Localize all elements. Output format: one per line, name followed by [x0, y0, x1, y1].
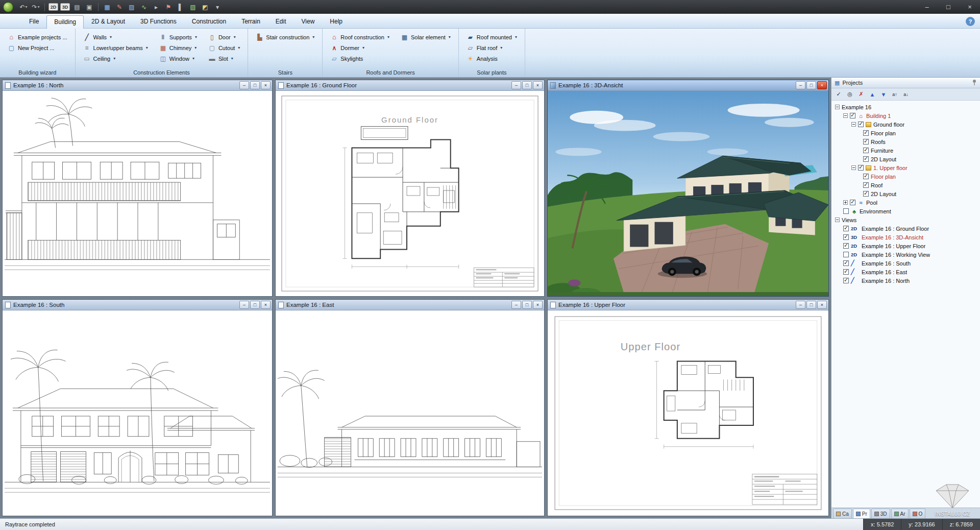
close-button[interactable]: × [261, 81, 271, 89]
ribbon-item-chimney[interactable]: Chimney▾ [158, 42, 199, 53]
checkbox[interactable] [858, 165, 864, 171]
tree-expander[interactable] [851, 122, 856, 127]
checkbox[interactable] [843, 234, 849, 240]
tab-help[interactable]: Help [322, 15, 350, 28]
east-elevation-canvas[interactable] [276, 310, 544, 516]
checkbox[interactable] [843, 260, 849, 266]
flag-icon[interactable]: ⚑ [163, 2, 174, 12]
undo-icon[interactable]: ↶▾ [18, 2, 29, 12]
window-titlebar[interactable]: Example 16 : South – □ × [3, 300, 272, 310]
pen-icon[interactable]: ✎ [114, 2, 125, 12]
restore-button[interactable]: □ [806, 301, 816, 309]
pin-icon[interactable] [972, 79, 977, 86]
window-titlebar[interactable]: Example 16 : Upper Floor – □ × [548, 300, 828, 310]
wall-tool-icon[interactable]: ▌ [175, 2, 186, 12]
sort-desc-icon[interactable]: a↓ [901, 89, 911, 99]
minimize-button[interactable]: – [511, 301, 521, 309]
ribbon-item-solar-element[interactable]: Solar element▾ [399, 32, 452, 42]
minimize-button[interactable]: – [917, 0, 937, 14]
close-button[interactable]: × [817, 81, 827, 89]
curve-icon[interactable]: ∿ [138, 2, 150, 12]
close-button[interactable]: × [533, 81, 543, 89]
minimize-button[interactable]: – [239, 301, 249, 309]
dropdown-arrow[interactable]: ▾ [515, 35, 517, 39]
tree-item-upper-floor[interactable]: 1. Upper floor [832, 163, 979, 172]
close-button[interactable]: × [817, 301, 827, 309]
tree-expander[interactable] [835, 105, 840, 109]
tab-edit[interactable]: Edit [268, 15, 294, 28]
tab-2d-layout[interactable]: 2D & Layout [84, 15, 133, 28]
tree-expander[interactable] [835, 218, 840, 222]
tree-item-example16[interactable]: Example 16 [832, 103, 979, 111]
checkbox[interactable] [863, 156, 869, 162]
tree-expander[interactable] [843, 200, 848, 205]
dropdown-arrow[interactable]: ▾ [195, 35, 197, 39]
panel-tab-3d[interactable]: 3D [871, 509, 890, 518]
minimize-button[interactable]: – [511, 81, 521, 89]
ribbon-item-dormer[interactable]: Dormer▾ [329, 42, 391, 53]
select-icon[interactable]: ▸ [151, 2, 162, 12]
panel-tab-ar[interactable]: Ar [891, 509, 909, 518]
more-dropdown-icon[interactable]: ▾ [212, 2, 223, 12]
tab-3d-functions[interactable]: 3D Functions [133, 15, 184, 28]
view-item-east[interactable]: Example 16 : East [832, 268, 979, 276]
hatch-icon[interactable]: ▨ [126, 2, 137, 12]
ribbon-item-lower-upper-beams[interactable]: Lower/upper beams▾ [82, 42, 150, 53]
checkbox[interactable] [863, 191, 869, 197]
panel-tab-o[interactable]: O [910, 509, 926, 518]
view-3d-icon[interactable]: 3D [60, 3, 70, 11]
tree-item-building1[interactable]: Building 1 [832, 111, 979, 120]
app-logo-icon[interactable] [3, 2, 13, 12]
checkbox[interactable] [863, 139, 869, 144]
minimize-button[interactable]: – [796, 81, 805, 89]
panel-tab-ca[interactable]: Ca [833, 509, 852, 518]
window-titlebar[interactable]: Example 16 : East – □ × [276, 300, 544, 310]
view-2d-icon[interactable]: 2D [48, 3, 58, 11]
ribbon-item-new-project[interactable]: New Project ... [6, 42, 69, 53]
tab-terrain[interactable]: Terrain [234, 15, 268, 28]
tree-item-pool[interactable]: Pool [832, 198, 979, 207]
dropdown-arrow[interactable]: ▾ [194, 45, 197, 50]
tab-building[interactable]: Building [46, 15, 84, 29]
3d-view-canvas[interactable] [548, 91, 828, 296]
maximize-button[interactable]: □ [938, 0, 959, 14]
ribbon-item-ceiling[interactable]: Ceiling▾ [82, 53, 150, 64]
dropdown-arrow[interactable]: ▾ [234, 35, 236, 39]
dropdown-arrow[interactable]: ▾ [113, 56, 115, 61]
checkbox[interactable] [850, 113, 855, 118]
restore-button[interactable]: □ [522, 301, 532, 309]
tile-windows-icon[interactable]: ▤ [71, 2, 83, 12]
close-button[interactable]: × [533, 301, 543, 309]
dropdown-arrow[interactable]: ▾ [312, 35, 314, 39]
checkbox[interactable] [863, 174, 869, 179]
redo-icon[interactable]: ↷▾ [30, 2, 41, 12]
checkbox[interactable] [850, 200, 855, 205]
eraser-icon[interactable]: ◩ [200, 2, 211, 12]
view-item-ground-floor[interactable]: 2D Example 16 : Ground Floor [832, 224, 979, 233]
tree-item-upper-roof[interactable]: Roof [832, 181, 979, 189]
close-button[interactable]: × [960, 0, 980, 14]
texture-icon[interactable]: ▧ [187, 2, 199, 12]
view-item-south[interactable]: Example 16 : South [832, 259, 979, 268]
checkbox[interactable] [843, 208, 849, 214]
preview-icon[interactable]: ◎ [845, 89, 855, 99]
tree-item-environment[interactable]: Environment [832, 207, 979, 215]
ribbon-item-stair-construction[interactable]: Stair construction▾ [254, 32, 316, 42]
move-down-icon[interactable]: ▼ [878, 89, 889, 99]
ribbon-item-supports[interactable]: Supports▾ [158, 32, 199, 42]
tab-construction[interactable]: Construction [184, 15, 234, 28]
tree-item-floor-plan[interactable]: Floor plan [832, 129, 979, 137]
ribbon-item-roof-mounted[interactable]: Roof mounted▾ [465, 32, 519, 42]
ribbon-item-slot[interactable]: Slot▾ [207, 53, 241, 64]
tree-item-upper-2d-layout[interactable]: 2D Layout [832, 189, 979, 198]
move-up-icon[interactable]: ▲ [867, 89, 877, 99]
dropdown-arrow[interactable]: ▾ [387, 35, 389, 39]
dropdown-arrow[interactable]: ▾ [449, 35, 451, 39]
tab-view[interactable]: View [294, 15, 323, 28]
ribbon-item-example-projects[interactable]: Example projects ... [6, 32, 69, 42]
window-titlebar[interactable]: Example 16 : 3D-Ansicht – □ × [548, 80, 828, 91]
checkbox[interactable] [858, 122, 864, 127]
tab-file[interactable]: File [21, 15, 46, 28]
tree-item-2d-layout[interactable]: 2D Layout [832, 155, 979, 163]
tree-item-roofs[interactable]: Roofs [832, 137, 979, 146]
